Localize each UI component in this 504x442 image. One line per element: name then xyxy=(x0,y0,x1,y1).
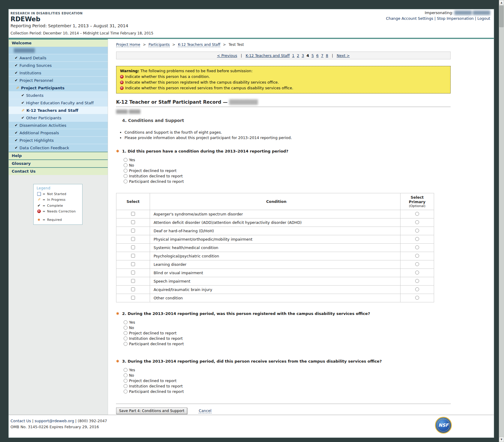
radio-input[interactable] xyxy=(124,174,128,178)
scroll-down-arrow[interactable]: ▼ xyxy=(499,437,504,442)
page-link-5[interactable]: 5 xyxy=(311,53,314,58)
radio-input[interactable] xyxy=(124,163,128,167)
sidebar-item-welcome[interactable]: Welcome xyxy=(9,39,108,47)
change-account-settings-link[interactable]: Change Account Settings xyxy=(386,16,434,21)
stop-impersonation-link[interactable]: Stop Impersonation xyxy=(437,16,474,21)
primary-radio[interactable] xyxy=(415,254,419,258)
condition-checkbox[interactable] xyxy=(131,262,135,266)
sidebar-item-award-details[interactable]: ✔ Award Details xyxy=(9,54,108,62)
page-link-8[interactable]: 8 xyxy=(326,53,328,58)
condition-checkbox[interactable] xyxy=(131,220,135,224)
condition-checkbox[interactable] xyxy=(131,271,135,274)
radio-input[interactable] xyxy=(124,384,128,388)
primary-radio[interactable] xyxy=(415,229,419,233)
sidebar-item-glossary[interactable]: Glossary xyxy=(9,159,108,167)
footer-email-link[interactable]: support@rdeweb.org xyxy=(34,419,74,423)
radio-option-participant-declined[interactable]: Participant declined to report xyxy=(124,389,451,394)
radio-option-participant-declined[interactable]: Participant declined to report xyxy=(124,341,451,346)
page-link-2[interactable]: 2 xyxy=(297,53,299,58)
sidebar-item-higher-ed-faculty[interactable]: ✔ Higher Education Faculty and Staff xyxy=(9,99,108,107)
breadcrumb-k12[interactable]: K-12 Teachers and Staff xyxy=(178,43,220,47)
radio-input[interactable] xyxy=(124,368,128,372)
radio-option-institution-declined[interactable]: Institution declined to report xyxy=(124,336,451,341)
radio-option-yes[interactable]: Yes xyxy=(124,319,451,325)
cancel-link[interactable]: Cancel xyxy=(199,408,211,413)
sidebar-item-help[interactable]: Help xyxy=(9,152,108,159)
condition-checkbox[interactable] xyxy=(131,237,135,241)
condition-checkbox[interactable] xyxy=(131,212,135,216)
radio-input[interactable] xyxy=(124,342,128,346)
sidebar-item-k12-teachers[interactable]: ✎ K-12 Teachers and Staff xyxy=(9,107,108,114)
primary-radio[interactable] xyxy=(415,212,419,216)
sidebar-item-students[interactable]: ✔ Students xyxy=(9,92,108,99)
sidebar-item-award-number[interactable]: ███████ xyxy=(9,47,108,54)
primary-radio[interactable] xyxy=(415,296,419,300)
check-icon: ✔ xyxy=(15,71,18,75)
breadcrumb-project-home[interactable]: Project Home xyxy=(116,43,140,47)
radio-option-institution-declined[interactable]: Institution declined to report xyxy=(124,383,451,389)
radio-input[interactable] xyxy=(124,331,128,335)
sidebar-item-other-participants[interactable]: ✔ Other Participants xyxy=(9,114,108,122)
condition-checkbox[interactable] xyxy=(131,287,135,291)
sidebar-item-funding-sources[interactable]: ✔ Funding Sources xyxy=(9,62,108,69)
scrollbar[interactable]: ▲ ▼ xyxy=(499,0,504,442)
radio-input[interactable] xyxy=(124,379,128,383)
pagination-bar: < Previous | K-12 Teachers and Staff 1 2… xyxy=(116,52,451,59)
radio-option-no[interactable]: No xyxy=(124,325,451,330)
sidebar-item-data-collection-feedback[interactable]: ✔ Data Collection Feedback xyxy=(9,144,108,152)
save-button[interactable]: Save Part 4: Conditions and Support xyxy=(116,408,187,414)
radio-input[interactable] xyxy=(124,390,128,393)
radio-option-project-declined[interactable]: Project declined to report xyxy=(124,168,451,173)
sidebar-item-institutions[interactable]: ✔ Institutions xyxy=(9,69,108,77)
radio-input[interactable] xyxy=(124,169,128,173)
primary-radio[interactable] xyxy=(415,287,419,291)
sidebar-item-dissemination[interactable]: ✔ Dissemination Activities xyxy=(9,122,108,129)
sidebar-item-additional-proposals[interactable]: ✔ Additional Proposals xyxy=(9,129,108,137)
primary-radio[interactable] xyxy=(415,237,419,241)
page-link-6[interactable]: 6 xyxy=(316,53,319,58)
radio-option-project-declined[interactable]: Project declined to report xyxy=(124,330,451,336)
condition-checkbox[interactable] xyxy=(131,279,135,283)
radio-option-no[interactable]: No xyxy=(124,372,451,378)
footer-contact-link[interactable]: Contact Us xyxy=(10,419,31,423)
scrollbar-thumb[interactable] xyxy=(499,6,504,27)
radio-input[interactable] xyxy=(124,337,128,340)
sidebar-item-project-participants[interactable]: ✎ Project Participants xyxy=(9,84,108,92)
radio-input[interactable] xyxy=(124,320,128,324)
condition-label: Attention deficit disorder (ADD)/attenti… xyxy=(154,220,302,225)
primary-radio[interactable] xyxy=(415,245,419,249)
col-select-primary: Select Primary (Optional) xyxy=(400,193,434,210)
radio-option-institution-declined[interactable]: Institution declined to report xyxy=(124,173,451,179)
primary-radio[interactable] xyxy=(415,271,419,274)
condition-checkbox[interactable] xyxy=(131,254,135,258)
breadcrumb-participants[interactable]: Participants xyxy=(148,43,170,47)
page-link-7[interactable]: 7 xyxy=(321,53,323,58)
previous-page-link[interactable]: < Previous xyxy=(217,53,237,58)
logout-link[interactable]: Logout xyxy=(477,16,490,21)
radio-option-yes[interactable]: Yes xyxy=(124,367,451,372)
next-page-link[interactable]: Next > xyxy=(337,53,350,58)
condition-checkbox[interactable] xyxy=(131,245,135,249)
radio-option-project-declined[interactable]: Project declined to report xyxy=(124,378,451,383)
primary-radio[interactable] xyxy=(415,220,419,224)
page-link-3[interactable]: 3 xyxy=(302,53,304,58)
radio-input[interactable] xyxy=(124,373,128,377)
radio-input[interactable] xyxy=(124,326,128,330)
condition-checkbox[interactable] xyxy=(131,229,135,233)
radio-option-yes[interactable]: Yes xyxy=(124,157,451,162)
sidebar-item-project-highlights[interactable]: ✔ Project Highlights xyxy=(9,137,108,144)
section-link[interactable]: K-12 Teachers and Staff xyxy=(246,53,290,58)
sidebar-item-project-personnel[interactable]: ✔ Project Personnel xyxy=(9,77,108,84)
question-3-options: Yes No Project declined to report Instit… xyxy=(124,367,451,394)
radio-input[interactable] xyxy=(124,179,128,183)
primary-radio[interactable] xyxy=(415,262,419,266)
page-link-1[interactable]: 1 xyxy=(292,53,295,58)
radio-option-participant-declined[interactable]: Participant declined to report xyxy=(124,179,451,184)
scroll-up-arrow[interactable]: ▲ xyxy=(499,0,504,5)
required-icon: ✱ xyxy=(116,149,119,153)
sidebar-item-contact-us[interactable]: Contact Us xyxy=(9,167,108,175)
primary-radio[interactable] xyxy=(415,279,419,283)
condition-checkbox[interactable] xyxy=(131,296,135,300)
radio-option-no[interactable]: No xyxy=(124,162,451,168)
radio-input[interactable] xyxy=(124,158,128,162)
